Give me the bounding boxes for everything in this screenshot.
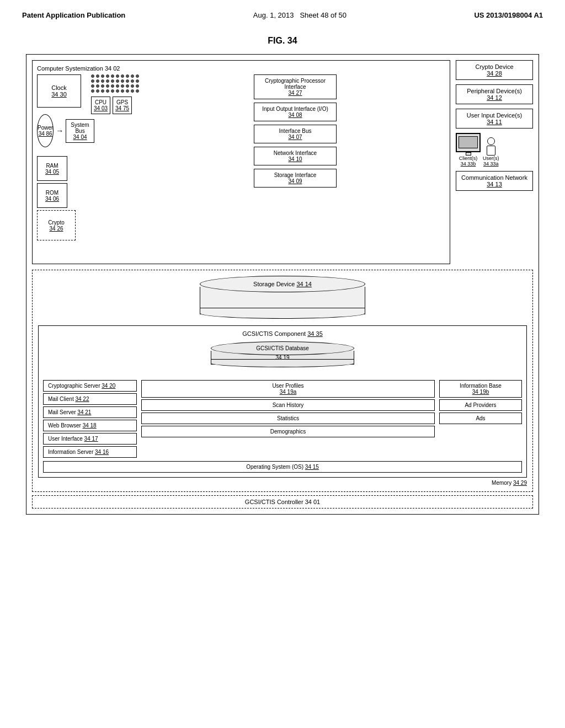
storage-iface-box: Storage Interface 34 09 xyxy=(254,169,337,188)
info-base-label: Information Base xyxy=(444,383,517,389)
cpu-label: CPU xyxy=(94,99,108,105)
peripheral-label: Peripheral Device(s) xyxy=(461,88,528,94)
storage-cylinder-top: Storage Device 34 14 xyxy=(200,276,365,292)
left-list: Cryptographic Server 34 20 Mail Client 3… xyxy=(43,380,137,458)
peripheral-id: 34 12 xyxy=(461,94,528,101)
clock-id: 34 30 xyxy=(51,91,67,98)
user-profiles-id: 34 19a xyxy=(146,389,430,395)
comm-network-id: 34 13 xyxy=(461,181,528,188)
crypto-server-id: 34 20 xyxy=(102,383,115,389)
iface-bus-box: Interface Bus 34 07 xyxy=(254,125,337,143)
statistics-box: Statistics xyxy=(141,413,435,424)
storage-device-id: 34 14 xyxy=(296,281,312,287)
top-section: Computer Systemization 34 02 Clock 34 30 xyxy=(32,60,533,264)
dots-grid xyxy=(91,74,140,94)
ad-providers-label: Ad Providers xyxy=(465,402,496,408)
rom-label: ROM xyxy=(46,190,58,196)
scan-history-label: Scan History xyxy=(273,402,304,408)
peripheral-box: Peripheral Device(s) 34 12 xyxy=(456,84,533,104)
storage-device-label: Storage Device xyxy=(253,281,295,287)
interfaces-col: Cryptographic Processor Interface 34 27 … xyxy=(145,74,445,240)
mail-client-box: Mail Client 34 22 xyxy=(43,393,137,405)
users-id: 34 33a xyxy=(483,161,499,167)
header-sheet: Sheet 48 of 50 xyxy=(300,11,347,19)
network-iface-id: 34 10 xyxy=(260,156,331,162)
crypto-proc-iface-box: Cryptographic Processor Interface 34 27 xyxy=(254,74,337,99)
comp-sys-box: Computer Systemization 34 02 Clock 34 30 xyxy=(32,60,450,264)
crypto-inner-id: 34 26 xyxy=(49,226,63,232)
sysbus-box: System Bus 34 04 xyxy=(66,119,94,143)
crypto-inner-box: Crypto 34 26 xyxy=(37,210,76,240)
ram-id: 34 05 xyxy=(45,169,59,175)
memory-label: Memory 34 29 xyxy=(492,480,527,486)
right-db-area: Information Base 34 19b Ad Providers Ads xyxy=(439,380,522,458)
bottom-labels: Memory 34 29 xyxy=(38,480,527,486)
power-id: 34 86 xyxy=(39,131,52,137)
demographics-box: Demographics xyxy=(141,426,435,437)
mail-client-label: Mail Client xyxy=(48,396,74,402)
user-interface-id: 34 17 xyxy=(84,436,98,442)
center-db-area: User Profiles 34 19a Scan History Statis… xyxy=(141,380,435,458)
os-label: Operating System (OS) xyxy=(246,464,303,470)
storage-cylinder-bottom xyxy=(200,308,365,319)
web-browser-label: Web Browser xyxy=(48,422,81,429)
user-input-label: User Input Device(s) xyxy=(461,112,528,119)
iface-bus-id: 34 07 xyxy=(260,134,331,140)
info-server-label: Information Server xyxy=(48,449,93,455)
statistics-label: Statistics xyxy=(277,415,299,421)
gcsi-db-label: GCSI/CTIS Database xyxy=(256,345,309,351)
os-box: Operating System (OS) 34 15 xyxy=(43,461,522,473)
io-iface-box: Input Output Interface (I/O) 34 08 xyxy=(254,103,337,121)
power-label: Power xyxy=(38,125,53,131)
header-center: Aug. 1, 2013 Sheet 48 of 50 xyxy=(253,11,347,19)
header-right: US 2013/0198004 A1 xyxy=(474,11,543,19)
page: Patent Application Publication Aug. 1, 2… xyxy=(0,0,565,728)
web-browser-id: 34 18 xyxy=(83,422,97,429)
storage-section: Storage Device 34 14 GCSI/CTIS Component… xyxy=(32,270,533,492)
users-label: User(s) xyxy=(483,156,499,161)
io-iface-id: 34 08 xyxy=(260,112,331,118)
info-server-id: 34 16 xyxy=(95,449,109,455)
iface-bus-label: Interface Bus xyxy=(260,128,331,134)
scan-history-box: Scan History xyxy=(141,399,435,411)
ads-box: Ads xyxy=(439,413,522,424)
sysbus-label: System Bus xyxy=(71,122,89,134)
info-server-box: Information Server 34 16 xyxy=(43,446,137,458)
controller-label: GCSI/CTIS Controller 34 01 xyxy=(32,495,533,508)
gps-box: GPS 34 75 xyxy=(113,97,132,114)
crypto-device-box: Crypto Device 34 28 xyxy=(456,60,533,80)
mail-server-id: 34 21 xyxy=(77,409,91,415)
crypto-inner-label: Crypto xyxy=(48,220,64,226)
os-id: 34 15 xyxy=(305,464,319,470)
crypto-device-id: 34 28 xyxy=(461,70,528,77)
ram-label: RAM xyxy=(46,163,58,169)
crypto-proc-label: Cryptographic Processor Interface xyxy=(260,78,331,90)
gcsi-db-top: GCSI/CTIS Database xyxy=(211,341,354,355)
info-base-id: 34 19b xyxy=(444,389,517,395)
io-iface-label: Input Output Interface (I/O) xyxy=(260,106,331,112)
clients-id: 34 33b xyxy=(456,161,481,167)
mail-server-label: Mail Server xyxy=(48,409,76,415)
user-interface-box: User Interface 34 17 xyxy=(43,433,137,445)
gcsi-component-box: GCSI/CTIS Component 34 35 GCSI/CTIS Data… xyxy=(38,325,527,478)
sysbus-id: 34 04 xyxy=(71,134,89,140)
gcsi-db-cylinder: GCSI/CTIS Database 34 19 xyxy=(211,341,354,377)
gcsi-db-bottom xyxy=(211,359,354,367)
crypto-device-label: Crypto Device xyxy=(461,63,528,70)
clock-box: Clock 34 30 xyxy=(37,74,81,108)
gps-label: GPS xyxy=(115,99,129,105)
diagram-outer: Computer Systemization 34 02 Clock 34 30 xyxy=(26,54,539,515)
clock-label: Clock xyxy=(51,84,67,91)
user-profiles-label: User Profiles xyxy=(146,383,430,389)
crypto-server-label: Cryptographic Server xyxy=(48,383,100,389)
cpu-box: CPU 34 03 xyxy=(91,97,110,114)
header-date: Aug. 1, 2013 xyxy=(253,11,294,19)
storage-iface-label: Storage Interface xyxy=(260,172,331,178)
person-body xyxy=(487,146,495,156)
gps-id: 34 75 xyxy=(115,105,129,111)
user-input-box: User Input Device(s) 34 11 xyxy=(456,109,533,129)
mail-server-box: Mail Server 34 21 xyxy=(43,406,137,418)
network-iface-box: Network Interface 34 10 xyxy=(254,147,337,165)
user-profiles-box: User Profiles 34 19a xyxy=(141,380,435,398)
mail-client-id: 34 22 xyxy=(75,396,89,402)
